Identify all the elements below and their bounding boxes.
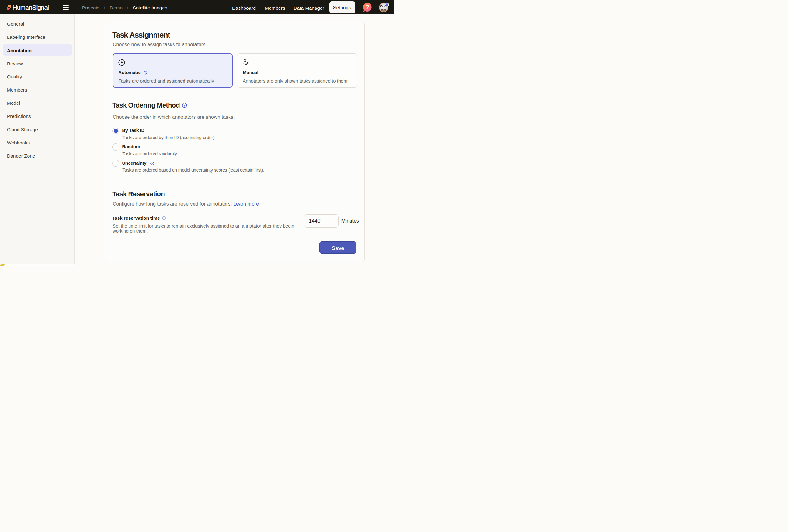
svg-text:?: ? [365,4,369,11]
